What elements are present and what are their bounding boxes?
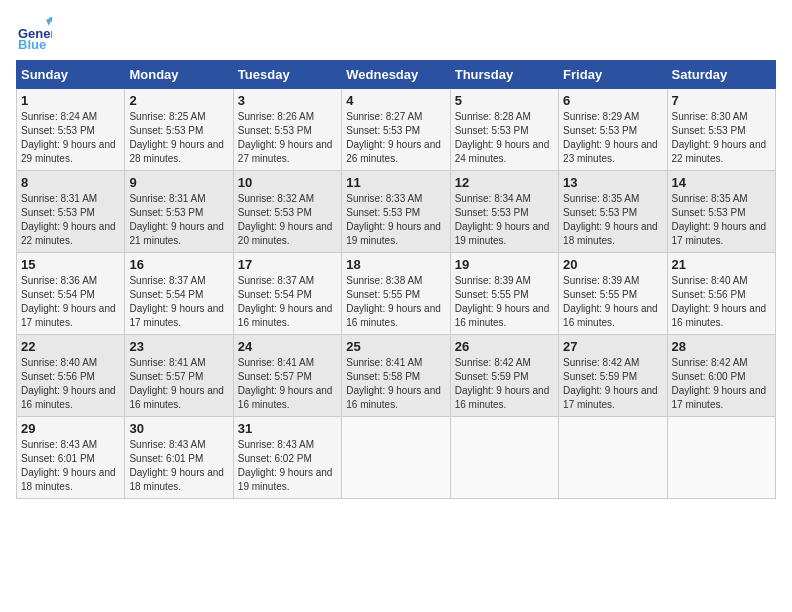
- day-number: 4: [346, 93, 445, 108]
- logo-icon: General Blue: [16, 16, 52, 52]
- calendar-cell: 11Sunrise: 8:33 AMSunset: 5:53 PMDayligh…: [342, 171, 450, 253]
- day-number: 13: [563, 175, 662, 190]
- calendar-body: 1Sunrise: 8:24 AMSunset: 5:53 PMDaylight…: [17, 89, 776, 499]
- header-cell-saturday: Saturday: [667, 61, 775, 89]
- day-info: Sunrise: 8:33 AMSunset: 5:53 PMDaylight:…: [346, 192, 445, 248]
- calendar-table: SundayMondayTuesdayWednesdayThursdayFrid…: [16, 60, 776, 499]
- logo: General Blue: [16, 16, 52, 52]
- day-number: 6: [563, 93, 662, 108]
- day-info: Sunrise: 8:41 AMSunset: 5:57 PMDaylight:…: [238, 356, 337, 412]
- day-number: 18: [346, 257, 445, 272]
- calendar-cell: [559, 417, 667, 499]
- day-info: Sunrise: 8:39 AMSunset: 5:55 PMDaylight:…: [455, 274, 554, 330]
- day-info: Sunrise: 8:43 AMSunset: 6:02 PMDaylight:…: [238, 438, 337, 494]
- day-number: 16: [129, 257, 228, 272]
- day-number: 24: [238, 339, 337, 354]
- day-info: Sunrise: 8:42 AMSunset: 5:59 PMDaylight:…: [455, 356, 554, 412]
- day-number: 17: [238, 257, 337, 272]
- day-number: 30: [129, 421, 228, 436]
- calendar-cell: 15Sunrise: 8:36 AMSunset: 5:54 PMDayligh…: [17, 253, 125, 335]
- header-cell-friday: Friday: [559, 61, 667, 89]
- calendar-week-2: 15Sunrise: 8:36 AMSunset: 5:54 PMDayligh…: [17, 253, 776, 335]
- calendar-cell: 12Sunrise: 8:34 AMSunset: 5:53 PMDayligh…: [450, 171, 558, 253]
- day-info: Sunrise: 8:37 AMSunset: 5:54 PMDaylight:…: [238, 274, 337, 330]
- day-info: Sunrise: 8:43 AMSunset: 6:01 PMDaylight:…: [21, 438, 120, 494]
- calendar-cell: 10Sunrise: 8:32 AMSunset: 5:53 PMDayligh…: [233, 171, 341, 253]
- day-info: Sunrise: 8:31 AMSunset: 5:53 PMDaylight:…: [21, 192, 120, 248]
- day-number: 23: [129, 339, 228, 354]
- day-info: Sunrise: 8:35 AMSunset: 5:53 PMDaylight:…: [563, 192, 662, 248]
- calendar-cell: 17Sunrise: 8:37 AMSunset: 5:54 PMDayligh…: [233, 253, 341, 335]
- day-info: Sunrise: 8:41 AMSunset: 5:57 PMDaylight:…: [129, 356, 228, 412]
- day-info: Sunrise: 8:41 AMSunset: 5:58 PMDaylight:…: [346, 356, 445, 412]
- calendar-cell: 1Sunrise: 8:24 AMSunset: 5:53 PMDaylight…: [17, 89, 125, 171]
- day-number: 28: [672, 339, 771, 354]
- calendar-cell: 8Sunrise: 8:31 AMSunset: 5:53 PMDaylight…: [17, 171, 125, 253]
- calendar-cell: 26Sunrise: 8:42 AMSunset: 5:59 PMDayligh…: [450, 335, 558, 417]
- calendar-cell: 27Sunrise: 8:42 AMSunset: 5:59 PMDayligh…: [559, 335, 667, 417]
- day-info: Sunrise: 8:29 AMSunset: 5:53 PMDaylight:…: [563, 110, 662, 166]
- day-info: Sunrise: 8:39 AMSunset: 5:55 PMDaylight:…: [563, 274, 662, 330]
- calendar-cell: 13Sunrise: 8:35 AMSunset: 5:53 PMDayligh…: [559, 171, 667, 253]
- calendar-week-1: 8Sunrise: 8:31 AMSunset: 5:53 PMDaylight…: [17, 171, 776, 253]
- day-number: 19: [455, 257, 554, 272]
- day-number: 2: [129, 93, 228, 108]
- header-cell-tuesday: Tuesday: [233, 61, 341, 89]
- header-cell-wednesday: Wednesday: [342, 61, 450, 89]
- calendar-week-3: 22Sunrise: 8:40 AMSunset: 5:56 PMDayligh…: [17, 335, 776, 417]
- day-number: 21: [672, 257, 771, 272]
- calendar-cell: 6Sunrise: 8:29 AMSunset: 5:53 PMDaylight…: [559, 89, 667, 171]
- calendar-cell: 7Sunrise: 8:30 AMSunset: 5:53 PMDaylight…: [667, 89, 775, 171]
- day-info: Sunrise: 8:40 AMSunset: 5:56 PMDaylight:…: [21, 356, 120, 412]
- calendar-week-4: 29Sunrise: 8:43 AMSunset: 6:01 PMDayligh…: [17, 417, 776, 499]
- calendar-cell: 16Sunrise: 8:37 AMSunset: 5:54 PMDayligh…: [125, 253, 233, 335]
- calendar-cell: 14Sunrise: 8:35 AMSunset: 5:53 PMDayligh…: [667, 171, 775, 253]
- header-cell-monday: Monday: [125, 61, 233, 89]
- day-number: 31: [238, 421, 337, 436]
- day-info: Sunrise: 8:35 AMSunset: 5:53 PMDaylight:…: [672, 192, 771, 248]
- day-info: Sunrise: 8:32 AMSunset: 5:53 PMDaylight:…: [238, 192, 337, 248]
- calendar-cell: 20Sunrise: 8:39 AMSunset: 5:55 PMDayligh…: [559, 253, 667, 335]
- calendar-cell: 19Sunrise: 8:39 AMSunset: 5:55 PMDayligh…: [450, 253, 558, 335]
- header: General Blue: [16, 16, 776, 52]
- day-info: Sunrise: 8:28 AMSunset: 5:53 PMDaylight:…: [455, 110, 554, 166]
- calendar-cell: [667, 417, 775, 499]
- day-number: 7: [672, 93, 771, 108]
- day-info: Sunrise: 8:38 AMSunset: 5:55 PMDaylight:…: [346, 274, 445, 330]
- day-number: 3: [238, 93, 337, 108]
- day-info: Sunrise: 8:40 AMSunset: 5:56 PMDaylight:…: [672, 274, 771, 330]
- calendar-cell: 28Sunrise: 8:42 AMSunset: 6:00 PMDayligh…: [667, 335, 775, 417]
- calendar-cell: 22Sunrise: 8:40 AMSunset: 5:56 PMDayligh…: [17, 335, 125, 417]
- calendar-cell: 3Sunrise: 8:26 AMSunset: 5:53 PMDaylight…: [233, 89, 341, 171]
- day-info: Sunrise: 8:34 AMSunset: 5:53 PMDaylight:…: [455, 192, 554, 248]
- day-number: 10: [238, 175, 337, 190]
- calendar-cell: 9Sunrise: 8:31 AMSunset: 5:53 PMDaylight…: [125, 171, 233, 253]
- day-number: 14: [672, 175, 771, 190]
- day-number: 12: [455, 175, 554, 190]
- svg-text:Blue: Blue: [18, 37, 46, 52]
- calendar-cell: 2Sunrise: 8:25 AMSunset: 5:53 PMDaylight…: [125, 89, 233, 171]
- day-info: Sunrise: 8:43 AMSunset: 6:01 PMDaylight:…: [129, 438, 228, 494]
- calendar-cell: 30Sunrise: 8:43 AMSunset: 6:01 PMDayligh…: [125, 417, 233, 499]
- day-info: Sunrise: 8:30 AMSunset: 5:53 PMDaylight:…: [672, 110, 771, 166]
- calendar-cell: 4Sunrise: 8:27 AMSunset: 5:53 PMDaylight…: [342, 89, 450, 171]
- day-info: Sunrise: 8:36 AMSunset: 5:54 PMDaylight:…: [21, 274, 120, 330]
- calendar-cell: 24Sunrise: 8:41 AMSunset: 5:57 PMDayligh…: [233, 335, 341, 417]
- calendar-header: SundayMondayTuesdayWednesdayThursdayFrid…: [17, 61, 776, 89]
- calendar-cell: 29Sunrise: 8:43 AMSunset: 6:01 PMDayligh…: [17, 417, 125, 499]
- day-info: Sunrise: 8:31 AMSunset: 5:53 PMDaylight:…: [129, 192, 228, 248]
- day-number: 8: [21, 175, 120, 190]
- calendar-week-0: 1Sunrise: 8:24 AMSunset: 5:53 PMDaylight…: [17, 89, 776, 171]
- header-cell-sunday: Sunday: [17, 61, 125, 89]
- day-info: Sunrise: 8:26 AMSunset: 5:53 PMDaylight:…: [238, 110, 337, 166]
- day-number: 11: [346, 175, 445, 190]
- calendar-cell: 25Sunrise: 8:41 AMSunset: 5:58 PMDayligh…: [342, 335, 450, 417]
- day-number: 9: [129, 175, 228, 190]
- day-number: 22: [21, 339, 120, 354]
- calendar-cell: [450, 417, 558, 499]
- calendar-cell: 23Sunrise: 8:41 AMSunset: 5:57 PMDayligh…: [125, 335, 233, 417]
- day-number: 20: [563, 257, 662, 272]
- day-number: 15: [21, 257, 120, 272]
- header-row: SundayMondayTuesdayWednesdayThursdayFrid…: [17, 61, 776, 89]
- day-number: 25: [346, 339, 445, 354]
